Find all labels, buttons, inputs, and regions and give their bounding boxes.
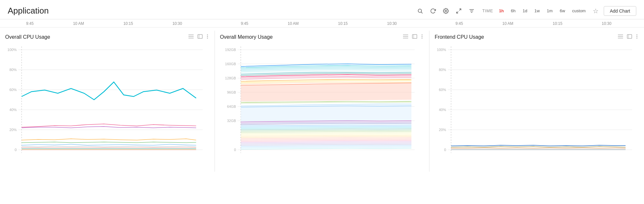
search-icon-button[interactable] bbox=[415, 7, 425, 15]
chart-header-3: Frontend CPU Usage bbox=[435, 33, 639, 41]
time-tick: 10 AM bbox=[288, 21, 299, 26]
time-option-1w[interactable]: 1w bbox=[533, 8, 542, 14]
chart-area-3: 100% 80% 60% 40% 20% 0 bbox=[435, 43, 639, 169]
refresh-icon-button[interactable] bbox=[428, 7, 438, 15]
svg-text:64GB: 64GB bbox=[227, 105, 236, 108]
svg-point-15 bbox=[207, 38, 208, 39]
chart-dots-icon-3[interactable] bbox=[635, 33, 639, 41]
svg-point-58 bbox=[637, 36, 638, 37]
svg-point-36 bbox=[422, 38, 423, 39]
svg-text:80%: 80% bbox=[9, 68, 17, 72]
chart-icons-2 bbox=[402, 33, 424, 41]
svg-point-0 bbox=[418, 9, 422, 13]
time-axis-row: 9:45 10 AM 10:15 10:30 9:45 10 AM 10:15 … bbox=[0, 19, 644, 27]
svg-rect-55 bbox=[627, 35, 632, 38]
header-controls: TIME 1h 6h 1d 1w 1m 6w custom ☆ Add Char… bbox=[415, 6, 636, 16]
filter-icon-button[interactable] bbox=[467, 7, 476, 15]
svg-text:0: 0 bbox=[234, 148, 236, 152]
svg-line-3 bbox=[459, 9, 461, 10]
chart-panel-cpu-overall: Overall CPU Usage 100% bbox=[0, 31, 215, 172]
settings-icon-button[interactable] bbox=[441, 7, 451, 15]
chart-menu-icon-2[interactable] bbox=[402, 34, 409, 40]
chart-expand-icon-3[interactable] bbox=[626, 34, 633, 40]
svg-point-35 bbox=[422, 36, 423, 37]
time-tick: 10 AM bbox=[73, 21, 84, 26]
time-axis-panel-1: 9:45 10 AM 10:15 10:30 bbox=[0, 21, 215, 26]
chart-header-1: Overall CPU Usage bbox=[5, 33, 209, 41]
svg-point-2 bbox=[445, 10, 447, 12]
time-tick: 9:45 bbox=[241, 21, 248, 26]
svg-text:100%: 100% bbox=[437, 48, 446, 52]
time-axis-panel-3: 9:45 10 AM 10:15 10:30 bbox=[429, 21, 644, 26]
svg-point-14 bbox=[207, 36, 208, 37]
svg-text:96GB: 96GB bbox=[227, 90, 236, 94]
svg-text:32GB: 32GB bbox=[227, 119, 236, 123]
svg-rect-11 bbox=[198, 35, 202, 38]
svg-text:60%: 60% bbox=[9, 88, 17, 92]
chart-header-2: Overall Memory Usage bbox=[220, 33, 424, 41]
svg-rect-32 bbox=[412, 35, 417, 38]
chart-title-3: Frontend CPU Usage bbox=[435, 34, 484, 40]
chart-menu-icon-3[interactable] bbox=[617, 34, 624, 40]
chart-dots-icon-1[interactable] bbox=[206, 33, 209, 41]
add-chart-button[interactable]: Add Chart bbox=[604, 6, 636, 16]
time-tick: 10:30 bbox=[387, 21, 397, 26]
time-option-1m[interactable]: 1m bbox=[545, 8, 554, 14]
time-axis-panel-2: 9:45 10 AM 10:15 10:30 bbox=[215, 21, 429, 26]
chart-icons-1 bbox=[187, 33, 209, 41]
chart-svg-3: 100% 80% 60% 40% 20% 0 bbox=[435, 43, 639, 169]
time-tick: 10:15 bbox=[123, 21, 133, 26]
svg-text:192GB: 192GB bbox=[225, 48, 236, 52]
svg-text:20%: 20% bbox=[9, 128, 17, 132]
svg-text:0: 0 bbox=[15, 148, 17, 152]
svg-point-13 bbox=[207, 35, 208, 36]
page-title: Application bbox=[8, 6, 49, 16]
svg-text:160GB: 160GB bbox=[225, 62, 236, 66]
svg-text:100%: 100% bbox=[7, 48, 17, 52]
star-button[interactable]: ☆ bbox=[591, 6, 601, 15]
chart-panel-cpu-frontend: Frontend CPU Usage 100% 80% bbox=[429, 31, 644, 172]
time-option-custom[interactable]: custom bbox=[570, 8, 588, 14]
svg-line-4 bbox=[457, 11, 458, 13]
time-tick: 10:30 bbox=[602, 21, 611, 26]
time-option-1h[interactable]: 1h bbox=[497, 8, 506, 14]
time-tick: 10:15 bbox=[338, 21, 348, 26]
chart-expand-icon-1[interactable] bbox=[197, 34, 204, 40]
chart-area-1: 100% 80% 60% 40% 20% 0 bbox=[5, 43, 209, 169]
svg-point-34 bbox=[422, 35, 423, 36]
svg-text:40%: 40% bbox=[439, 108, 447, 112]
svg-text:20%: 20% bbox=[439, 128, 447, 132]
svg-point-57 bbox=[637, 35, 638, 36]
chart-menu-icon-1[interactable] bbox=[187, 34, 195, 40]
time-tick: 9:45 bbox=[26, 21, 34, 26]
svg-text:60%: 60% bbox=[439, 88, 447, 92]
chart-title-1: Overall CPU Usage bbox=[5, 34, 50, 40]
chart-expand-icon-2[interactable] bbox=[411, 34, 418, 40]
time-tick: 10 AM bbox=[502, 21, 513, 26]
time-tick: 9:45 bbox=[456, 21, 463, 26]
chart-icons-3 bbox=[617, 33, 639, 41]
chart-panel-memory-overall: Overall Memory Usage 192GB bbox=[215, 31, 429, 172]
time-label: TIME bbox=[482, 8, 493, 13]
chart-title-2: Overall Memory Usage bbox=[220, 34, 273, 40]
svg-text:0: 0 bbox=[444, 148, 446, 152]
time-option-6w[interactable]: 6w bbox=[558, 8, 567, 14]
charts-row: Overall CPU Usage 100% bbox=[0, 27, 644, 172]
svg-line-1 bbox=[421, 12, 422, 13]
svg-text:40%: 40% bbox=[9, 108, 17, 112]
time-tick: 10:15 bbox=[553, 21, 562, 26]
time-option-1d[interactable]: 1d bbox=[521, 8, 529, 14]
chart-dots-icon-2[interactable] bbox=[420, 33, 424, 41]
svg-point-59 bbox=[637, 38, 638, 39]
fullscreen-icon-button[interactable] bbox=[454, 7, 464, 15]
time-tick: 10:30 bbox=[172, 21, 182, 26]
header: Application TIME 1h 6h 1d 1w 1m 6w custo… bbox=[0, 0, 644, 19]
chart-area-2: 192GB 160GB 128GB 96GB 64GB 32GB 0 bbox=[220, 43, 424, 169]
time-option-6h[interactable]: 6h bbox=[509, 8, 517, 14]
chart-svg-2: 192GB 160GB 128GB 96GB 64GB 32GB 0 bbox=[220, 43, 424, 169]
chart-svg-1: 100% 80% 60% 40% 20% 0 bbox=[5, 43, 209, 169]
svg-text:80%: 80% bbox=[439, 68, 447, 72]
svg-text:128GB: 128GB bbox=[225, 76, 236, 80]
